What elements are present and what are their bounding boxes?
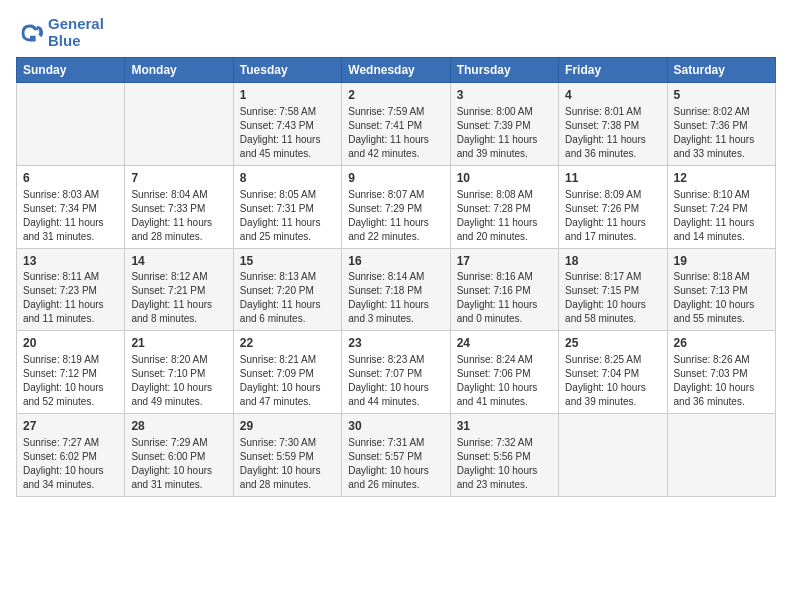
day-number: 13 <box>23 253 118 270</box>
day-cell: 27Sunrise: 7:27 AM Sunset: 6:02 PM Dayli… <box>17 414 125 497</box>
day-info: Sunrise: 8:01 AM Sunset: 7:38 PM Dayligh… <box>565 105 660 161</box>
day-info: Sunrise: 8:12 AM Sunset: 7:21 PM Dayligh… <box>131 270 226 326</box>
day-number: 7 <box>131 170 226 187</box>
day-info: Sunrise: 7:59 AM Sunset: 7:41 PM Dayligh… <box>348 105 443 161</box>
day-cell: 13Sunrise: 8:11 AM Sunset: 7:23 PM Dayli… <box>17 248 125 331</box>
day-cell: 5Sunrise: 8:02 AM Sunset: 7:36 PM Daylig… <box>667 83 775 166</box>
day-number: 30 <box>348 418 443 435</box>
day-cell: 8Sunrise: 8:05 AM Sunset: 7:31 PM Daylig… <box>233 165 341 248</box>
day-cell: 25Sunrise: 8:25 AM Sunset: 7:04 PM Dayli… <box>559 331 667 414</box>
column-header-tuesday: Tuesday <box>233 58 341 83</box>
week-row-2: 6Sunrise: 8:03 AM Sunset: 7:34 PM Daylig… <box>17 165 776 248</box>
day-info: Sunrise: 8:17 AM Sunset: 7:15 PM Dayligh… <box>565 270 660 326</box>
day-number: 8 <box>240 170 335 187</box>
day-info: Sunrise: 7:29 AM Sunset: 6:00 PM Dayligh… <box>131 436 226 492</box>
day-info: Sunrise: 8:03 AM Sunset: 7:34 PM Dayligh… <box>23 188 118 244</box>
day-number: 11 <box>565 170 660 187</box>
day-cell: 12Sunrise: 8:10 AM Sunset: 7:24 PM Dayli… <box>667 165 775 248</box>
day-number: 28 <box>131 418 226 435</box>
day-number: 16 <box>348 253 443 270</box>
day-info: Sunrise: 8:09 AM Sunset: 7:26 PM Dayligh… <box>565 188 660 244</box>
day-number: 25 <box>565 335 660 352</box>
day-info: Sunrise: 7:31 AM Sunset: 5:57 PM Dayligh… <box>348 436 443 492</box>
day-info: Sunrise: 8:18 AM Sunset: 7:13 PM Dayligh… <box>674 270 769 326</box>
day-number: 12 <box>674 170 769 187</box>
day-number: 27 <box>23 418 118 435</box>
day-info: Sunrise: 8:04 AM Sunset: 7:33 PM Dayligh… <box>131 188 226 244</box>
day-cell: 30Sunrise: 7:31 AM Sunset: 5:57 PM Dayli… <box>342 414 450 497</box>
day-cell: 2Sunrise: 7:59 AM Sunset: 7:41 PM Daylig… <box>342 83 450 166</box>
logo: General Blue <box>16 16 104 49</box>
day-cell: 3Sunrise: 8:00 AM Sunset: 7:39 PM Daylig… <box>450 83 558 166</box>
day-number: 24 <box>457 335 552 352</box>
day-info: Sunrise: 8:05 AM Sunset: 7:31 PM Dayligh… <box>240 188 335 244</box>
calendar-header-row: SundayMondayTuesdayWednesdayThursdayFrid… <box>17 58 776 83</box>
day-cell: 18Sunrise: 8:17 AM Sunset: 7:15 PM Dayli… <box>559 248 667 331</box>
day-number: 29 <box>240 418 335 435</box>
day-cell: 1Sunrise: 7:58 AM Sunset: 7:43 PM Daylig… <box>233 83 341 166</box>
day-number: 10 <box>457 170 552 187</box>
day-info: Sunrise: 8:25 AM Sunset: 7:04 PM Dayligh… <box>565 353 660 409</box>
day-number: 26 <box>674 335 769 352</box>
day-cell <box>559 414 667 497</box>
day-cell: 24Sunrise: 8:24 AM Sunset: 7:06 PM Dayli… <box>450 331 558 414</box>
day-cell: 14Sunrise: 8:12 AM Sunset: 7:21 PM Dayli… <box>125 248 233 331</box>
day-cell: 29Sunrise: 7:30 AM Sunset: 5:59 PM Dayli… <box>233 414 341 497</box>
day-info: Sunrise: 8:26 AM Sunset: 7:03 PM Dayligh… <box>674 353 769 409</box>
week-row-4: 20Sunrise: 8:19 AM Sunset: 7:12 PM Dayli… <box>17 331 776 414</box>
day-number: 19 <box>674 253 769 270</box>
day-cell: 31Sunrise: 7:32 AM Sunset: 5:56 PM Dayli… <box>450 414 558 497</box>
day-cell: 17Sunrise: 8:16 AM Sunset: 7:16 PM Dayli… <box>450 248 558 331</box>
column-header-monday: Monday <box>125 58 233 83</box>
day-info: Sunrise: 8:21 AM Sunset: 7:09 PM Dayligh… <box>240 353 335 409</box>
day-cell <box>667 414 775 497</box>
day-info: Sunrise: 8:14 AM Sunset: 7:18 PM Dayligh… <box>348 270 443 326</box>
day-cell: 16Sunrise: 8:14 AM Sunset: 7:18 PM Dayli… <box>342 248 450 331</box>
day-cell: 28Sunrise: 7:29 AM Sunset: 6:00 PM Dayli… <box>125 414 233 497</box>
day-info: Sunrise: 8:00 AM Sunset: 7:39 PM Dayligh… <box>457 105 552 161</box>
week-row-5: 27Sunrise: 7:27 AM Sunset: 6:02 PM Dayli… <box>17 414 776 497</box>
logo-icon <box>16 19 44 47</box>
day-number: 2 <box>348 87 443 104</box>
day-number: 4 <box>565 87 660 104</box>
day-cell: 9Sunrise: 8:07 AM Sunset: 7:29 PM Daylig… <box>342 165 450 248</box>
day-cell <box>17 83 125 166</box>
day-info: Sunrise: 7:32 AM Sunset: 5:56 PM Dayligh… <box>457 436 552 492</box>
day-info: Sunrise: 8:08 AM Sunset: 7:28 PM Dayligh… <box>457 188 552 244</box>
calendar-table: SundayMondayTuesdayWednesdayThursdayFrid… <box>16 57 776 497</box>
day-number: 15 <box>240 253 335 270</box>
day-number: 18 <box>565 253 660 270</box>
column-header-saturday: Saturday <box>667 58 775 83</box>
day-info: Sunrise: 8:02 AM Sunset: 7:36 PM Dayligh… <box>674 105 769 161</box>
day-number: 23 <box>348 335 443 352</box>
column-header-friday: Friday <box>559 58 667 83</box>
day-number: 17 <box>457 253 552 270</box>
day-cell: 11Sunrise: 8:09 AM Sunset: 7:26 PM Dayli… <box>559 165 667 248</box>
day-cell: 19Sunrise: 8:18 AM Sunset: 7:13 PM Dayli… <box>667 248 775 331</box>
day-number: 21 <box>131 335 226 352</box>
day-number: 6 <box>23 170 118 187</box>
day-info: Sunrise: 8:20 AM Sunset: 7:10 PM Dayligh… <box>131 353 226 409</box>
column-header-thursday: Thursday <box>450 58 558 83</box>
logo-text: General Blue <box>48 16 104 49</box>
day-info: Sunrise: 8:11 AM Sunset: 7:23 PM Dayligh… <box>23 270 118 326</box>
day-number: 14 <box>131 253 226 270</box>
week-row-3: 13Sunrise: 8:11 AM Sunset: 7:23 PM Dayli… <box>17 248 776 331</box>
day-cell: 26Sunrise: 8:26 AM Sunset: 7:03 PM Dayli… <box>667 331 775 414</box>
day-number: 22 <box>240 335 335 352</box>
week-row-1: 1Sunrise: 7:58 AM Sunset: 7:43 PM Daylig… <box>17 83 776 166</box>
day-info: Sunrise: 8:10 AM Sunset: 7:24 PM Dayligh… <box>674 188 769 244</box>
day-info: Sunrise: 8:16 AM Sunset: 7:16 PM Dayligh… <box>457 270 552 326</box>
day-number: 20 <box>23 335 118 352</box>
day-cell: 21Sunrise: 8:20 AM Sunset: 7:10 PM Dayli… <box>125 331 233 414</box>
day-cell: 15Sunrise: 8:13 AM Sunset: 7:20 PM Dayli… <box>233 248 341 331</box>
day-cell: 10Sunrise: 8:08 AM Sunset: 7:28 PM Dayli… <box>450 165 558 248</box>
day-number: 5 <box>674 87 769 104</box>
day-info: Sunrise: 8:13 AM Sunset: 7:20 PM Dayligh… <box>240 270 335 326</box>
column-header-sunday: Sunday <box>17 58 125 83</box>
day-cell: 4Sunrise: 8:01 AM Sunset: 7:38 PM Daylig… <box>559 83 667 166</box>
day-cell: 20Sunrise: 8:19 AM Sunset: 7:12 PM Dayli… <box>17 331 125 414</box>
day-cell: 22Sunrise: 8:21 AM Sunset: 7:09 PM Dayli… <box>233 331 341 414</box>
day-info: Sunrise: 7:30 AM Sunset: 5:59 PM Dayligh… <box>240 436 335 492</box>
day-number: 9 <box>348 170 443 187</box>
